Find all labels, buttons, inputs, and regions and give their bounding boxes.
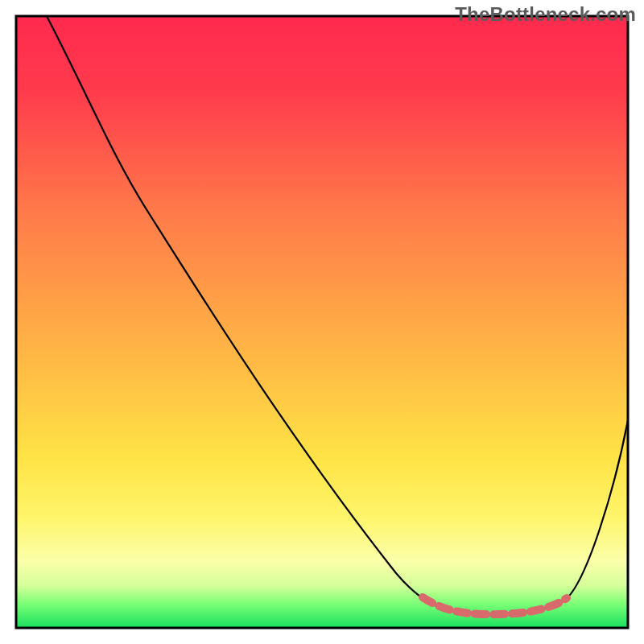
gradient-background <box>16 16 628 628</box>
bottleneck-chart <box>0 0 644 644</box>
plot-area <box>16 16 628 628</box>
watermark-text: TheBottleneck.com <box>455 3 636 26</box>
chart-container: TheBottleneck.com <box>0 0 644 644</box>
